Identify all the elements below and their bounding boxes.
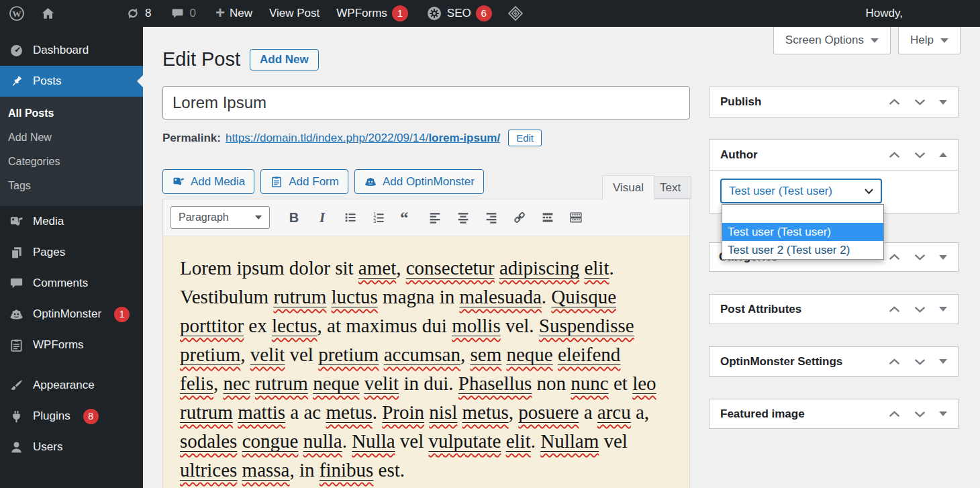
- sidebar-item-pages[interactable]: Pages: [0, 237, 143, 268]
- align-center-icon: [456, 210, 471, 225]
- diamond-plugin-icon[interactable]: [507, 5, 524, 22]
- misspelled-word: mattis: [238, 401, 285, 423]
- align-right-icon: [484, 210, 499, 225]
- classic-editor: Paragraph B I Lorem ipsum dolor sit amet…: [162, 199, 690, 488]
- updates-indicator[interactable]: 8: [126, 6, 151, 21]
- misspelled-word: finibus: [320, 459, 374, 481]
- move-down-icon[interactable]: [914, 358, 926, 366]
- wpforms-icon: [9, 338, 24, 353]
- misspelled-word: Quisque: [551, 286, 616, 307]
- add-new-button[interactable]: Add New: [250, 49, 319, 70]
- toolbar-toggle-button[interactable]: [562, 206, 589, 229]
- comment-bubble-icon: [170, 7, 185, 21]
- move-down-icon[interactable]: [914, 253, 926, 261]
- read-more-button[interactable]: [534, 206, 561, 229]
- tab-visual[interactable]: Visual: [602, 175, 654, 200]
- featured-image-panel-header[interactable]: Featured image: [709, 399, 958, 428]
- site-home-icon[interactable]: [40, 6, 56, 21]
- sidebar-item-dashboard[interactable]: Dashboard: [0, 35, 143, 66]
- sidebar-item-users[interactable]: Users: [0, 432, 143, 462]
- help-tab[interactable]: Help: [898, 27, 961, 54]
- toggle-panel-icon[interactable]: [939, 100, 947, 105]
- toggle-panel-icon[interactable]: [939, 255, 947, 260]
- howdy-account[interactable]: Howdy,: [866, 7, 903, 20]
- dropdown-option-selected[interactable]: Test user (Test user): [722, 223, 883, 241]
- current-menu-arrow: [137, 75, 143, 87]
- author-select[interactable]: Test user (Test user): [720, 179, 882, 203]
- align-center-button[interactable]: [450, 206, 477, 229]
- italic-button[interactable]: I: [309, 206, 336, 229]
- submenu-item-categories[interactable]: Categories: [0, 150, 143, 174]
- media-icon: [172, 175, 185, 189]
- move-down-icon[interactable]: [914, 98, 926, 106]
- move-up-icon[interactable]: [888, 358, 901, 366]
- optinmonster-settings-panel-header[interactable]: OptinMonster Settings: [709, 347, 958, 376]
- move-up-icon[interactable]: [888, 253, 901, 261]
- read-more-icon: [540, 210, 555, 225]
- screen-options-tab[interactable]: Screen Options: [773, 27, 891, 54]
- misspelled-word: Nullam: [540, 430, 599, 452]
- sidebar-item-plugins[interactable]: Plugins 8: [0, 401, 143, 432]
- move-up-icon[interactable]: [888, 151, 901, 159]
- wordpress-logo-icon[interactable]: [9, 5, 25, 21]
- paragraph-format-select[interactable]: Paragraph: [170, 206, 270, 229]
- toggle-panel-icon[interactable]: [939, 307, 947, 311]
- move-up-icon[interactable]: [888, 98, 901, 106]
- comments-indicator[interactable]: 0: [170, 7, 195, 21]
- misspelled-word: elit: [584, 257, 609, 279]
- insert-link-button[interactable]: [506, 206, 533, 229]
- sidebar-item-appearance[interactable]: Appearance: [0, 370, 143, 401]
- permalink-link[interactable]: https://domain.tld/index.php/2022/09/14/…: [226, 132, 500, 145]
- blockquote-button[interactable]: [393, 206, 420, 229]
- align-left-icon: [428, 210, 442, 225]
- move-down-icon[interactable]: [914, 151, 926, 159]
- move-down-icon[interactable]: [914, 305, 926, 313]
- move-up-icon[interactable]: [888, 305, 901, 313]
- tab-text[interactable]: Text: [649, 177, 691, 199]
- misspelled-word: velit: [364, 373, 399, 394]
- add-optinmonster-button[interactable]: Add OptinMonster: [354, 169, 484, 194]
- post-attributes-panel-header[interactable]: Post Attributes: [709, 295, 958, 324]
- menu-separator: [0, 360, 143, 370]
- seo-menu[interactable]: SEO 6: [426, 5, 492, 21]
- move-up-icon[interactable]: [888, 410, 901, 418]
- publish-panel-header[interactable]: Publish: [709, 87, 958, 117]
- seo-gear-icon: [426, 5, 442, 21]
- sidebar-item-media[interactable]: Media: [0, 206, 143, 237]
- dropdown-option-blank[interactable]: [722, 205, 883, 223]
- misspelled-word: mollis: [452, 315, 501, 336]
- optinmonster-badge: 1: [114, 307, 130, 322]
- align-left-button[interactable]: [422, 206, 448, 229]
- chevron-down-icon: [940, 38, 948, 43]
- new-menu[interactable]: + New: [215, 7, 252, 20]
- editor-content-text[interactable]: Lorem ipsum dolor sit amet, consectetur …: [163, 236, 689, 488]
- misspelled-word: malesuada: [459, 286, 541, 307]
- sidebar-item-wpforms[interactable]: WPForms: [0, 330, 143, 360]
- numbered-list-button[interactable]: [365, 206, 392, 229]
- add-form-button[interactable]: Add Form: [260, 169, 348, 194]
- bulleted-list-button[interactable]: [337, 206, 364, 229]
- dropdown-option[interactable]: Test user 2 (Test user 2): [722, 241, 883, 259]
- edit-permalink-button[interactable]: Edit: [508, 130, 542, 146]
- view-post-link[interactable]: View Post: [269, 7, 320, 20]
- misspelled-word: amet: [358, 257, 396, 279]
- align-right-button[interactable]: [478, 206, 505, 229]
- chevron-down-icon: [255, 215, 262, 219]
- toggle-panel-icon[interactable]: [939, 359, 947, 364]
- author-panel-header[interactable]: Author: [709, 140, 958, 170]
- submenu-item-all-posts[interactable]: All Posts: [0, 101, 143, 126]
- post-attributes-panel: Post Attributes: [709, 294, 959, 324]
- submenu-item-add-new[interactable]: Add New: [0, 126, 143, 150]
- post-title-input[interactable]: [162, 86, 690, 119]
- add-media-button[interactable]: Add Media: [162, 169, 254, 194]
- toggle-panel-icon[interactable]: [939, 411, 947, 416]
- toggle-panel-icon[interactable]: [939, 152, 947, 157]
- sidebar-item-comments[interactable]: Comments: [0, 268, 143, 299]
- submenu-item-tags[interactable]: Tags: [0, 174, 143, 198]
- wpforms-menu[interactable]: WPForms 1: [336, 5, 408, 21]
- sidebar-item-optinmonster[interactable]: OptinMonster 1: [0, 299, 143, 330]
- move-down-icon[interactable]: [914, 410, 926, 418]
- misspelled-word: rutrum: [255, 373, 308, 394]
- sidebar-item-posts[interactable]: Posts: [0, 66, 143, 97]
- bold-button[interactable]: B: [281, 206, 307, 229]
